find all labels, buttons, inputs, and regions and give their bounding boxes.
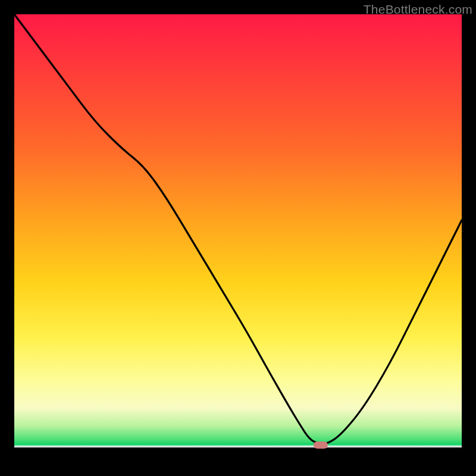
plot-area (14, 14, 462, 462)
bottleneck-curve (14, 14, 462, 462)
optimum-marker (314, 441, 328, 449)
chart-stage: TheBottleneck.com (0, 0, 476, 476)
